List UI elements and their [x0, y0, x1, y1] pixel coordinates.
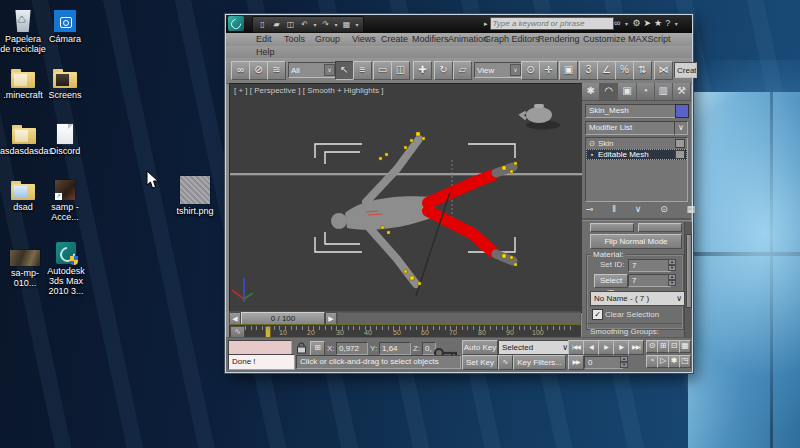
create-tab-icon[interactable]: ✱ — [582, 83, 600, 100]
menu-group[interactable]: Group — [315, 34, 340, 44]
select-and-manipulate-icon[interactable]: ✛ — [539, 61, 558, 80]
scrollbar-thumb[interactable] — [686, 234, 692, 308]
spinner-snap-icon[interactable]: ⇅ — [633, 61, 652, 80]
configure-modifier-sets-icon[interactable]: ▦ — [686, 204, 695, 214]
modify-tab-icon[interactable]: ◠ — [600, 83, 618, 100]
select-id-spinner[interactable]: ▲▼ — [668, 274, 676, 285]
hierarchy-tab-icon[interactable]: ▣ — [618, 83, 636, 100]
desktop-icon-asdasdasdas[interactable]: asdasdasdas — [0, 116, 48, 156]
object-color-swatch[interactable] — [675, 104, 689, 118]
help-dropdown-icon[interactable]: ▾ — [673, 20, 679, 27]
stack-row-toggle-icon[interactable] — [675, 139, 685, 148]
default-in-out-tangents-icon[interactable]: ∿ — [498, 355, 513, 370]
next-frame-icon[interactable]: |▶ — [613, 340, 629, 355]
menu-animation[interactable]: Animation — [448, 34, 488, 44]
menu-edit[interactable]: Edit — [256, 34, 272, 44]
communication-center-icon[interactable]: ➤ — [644, 16, 652, 31]
maxscript-listener-white[interactable]: Done ! — [228, 354, 295, 370]
absolute-offset-mode-icon[interactable]: ⊞ — [310, 341, 325, 356]
search-binoculars-icon[interactable]: ∞ — [614, 16, 620, 31]
open-file-icon[interactable]: ▰ — [270, 19, 283, 31]
menu-rendering[interactable]: Rendering — [538, 34, 580, 44]
set-key-button[interactable]: Set Key — [462, 355, 498, 370]
remove-modifier-icon[interactable]: ⊙ — [660, 204, 668, 214]
select-object-icon[interactable]: ↖ — [335, 61, 354, 80]
show-end-result-icon[interactable]: ‖ — [612, 204, 616, 214]
new-file-icon[interactable]: ▯ — [256, 19, 269, 31]
modifier-list-arrow-icon[interactable]: ∨ — [674, 121, 688, 135]
set-id-field[interactable]: 7 — [628, 259, 671, 272]
menu-graph-editors[interactable]: Graph Editors — [484, 34, 540, 44]
desktop-icon-discord[interactable]: Discord — [42, 116, 88, 156]
key-filters-button[interactable]: Key Filters... — [513, 355, 566, 370]
menu-views[interactable]: Views — [352, 34, 376, 44]
stack-row-skin[interactable]: ʘ Skin — [586, 138, 687, 149]
maximize-viewport-toggle-icon[interactable]: ◳ — [679, 355, 691, 368]
3dsmax-logo-icon[interactable] — [228, 16, 244, 31]
angle-snap-icon[interactable]: ∠ — [597, 61, 616, 80]
window-crossing-icon[interactable]: ◫ — [391, 61, 410, 80]
current-frame-field[interactable]: 0 — [584, 356, 623, 369]
menu-help[interactable]: Help — [256, 47, 275, 57]
rollout-scrollbar[interactable] — [684, 222, 692, 338]
menu-tools[interactable]: Tools — [284, 34, 305, 44]
select-id-field[interactable]: 7 — [628, 274, 671, 287]
select-and-rotate-icon[interactable]: ↻ — [434, 61, 453, 80]
rectangular-selection-region-icon[interactable]: ▭ — [373, 61, 392, 80]
redo-icon[interactable]: ↷ — [319, 19, 332, 31]
undo-icon[interactable]: ↶ — [298, 19, 311, 31]
select-and-link-icon[interactable]: ∞ — [231, 61, 250, 80]
set-id-spinner[interactable]: ▲▼ — [668, 259, 676, 270]
frame-spinner[interactable]: ▲▼ — [620, 356, 628, 367]
go-to-start-icon[interactable]: |◀◀ — [568, 340, 584, 355]
reference-coordinate-dropdown[interactable]: View∨ — [474, 62, 524, 78]
select-by-name-icon[interactable]: ≡ — [353, 61, 372, 80]
keyboard-shortcut-override-icon[interactable]: ▣ — [559, 61, 578, 80]
display-tab-icon[interactable]: ▥ — [655, 83, 673, 100]
snap-toggle-3d-icon[interactable]: 3 — [579, 61, 598, 80]
flip-normal-mode-button[interactable]: Flip Normal Mode — [590, 234, 682, 249]
teapot-object[interactable] — [526, 107, 552, 123]
modifier-list-dropdown[interactable]: Modifier List — [585, 121, 678, 135]
menu-customize[interactable]: Customize — [583, 34, 626, 44]
go-to-end-icon[interactable]: ▶▶| — [628, 340, 644, 355]
help-icon[interactable]: ? — [665, 16, 670, 31]
desktop-icon-recycle-bin[interactable]: Papelera de reciclaje — [0, 4, 46, 54]
key-mode-toggle-icon[interactable]: ▶▶ — [568, 355, 584, 370]
use-pivot-center-icon[interactable]: ⊙ — [521, 61, 540, 80]
search-input[interactable] — [490, 17, 614, 30]
redo-dropdown-icon[interactable]: ▾ — [333, 21, 339, 28]
lightbulb-icon[interactable]: ʘ — [588, 140, 596, 148]
desktop-icon-screens[interactable]: Screens — [42, 60, 88, 100]
desktop-icon-samp[interactable]: ↗ samp - Acce... — [42, 172, 88, 222]
desktop-icon-tshirt[interactable]: tshirt.png — [172, 174, 218, 216]
menu-modifiers[interactable]: Modifiers — [412, 34, 449, 44]
bind-to-spacewarp-icon[interactable]: ≋ — [267, 61, 286, 80]
search-options-dropdown-icon[interactable]: ▾ — [623, 20, 629, 27]
material-id-name-dropdown[interactable]: No Name - ( 7 ) ∨ — [590, 291, 686, 306]
maxscript-listener-pink[interactable] — [228, 340, 292, 355]
previous-frame-icon[interactable]: ◀| — [583, 340, 599, 355]
zoom-extents-all-icon[interactable]: ▦ — [679, 340, 691, 353]
select-id-button[interactable]: Select ID — [594, 274, 628, 288]
utilities-tab-icon[interactable]: ⚒ — [673, 83, 691, 100]
save-file-icon[interactable]: ◫ — [284, 19, 297, 31]
y-coordinate-field[interactable]: 1,64 — [379, 342, 411, 355]
menu-maxscript[interactable]: MAXScript — [628, 34, 671, 44]
named-selection-sets-field[interactable]: Creat — [674, 62, 697, 78]
clear-selection-checkbox[interactable]: ✓ — [592, 309, 603, 320]
toolbar-options-dropdown-icon[interactable]: ▾ — [354, 21, 360, 28]
desktop-icon-3dsmax[interactable]: Autodesk 3ds Max 2010 3... — [42, 236, 90, 296]
mirror-icon[interactable]: ⋈ — [654, 61, 673, 80]
pin-stack-icon[interactable]: ⊸ — [586, 204, 594, 214]
stack-row-editable-mesh[interactable]: ▪ Editable Mesh — [586, 149, 687, 160]
selection-filter-dropdown[interactable]: All∨ — [288, 62, 338, 78]
x-coordinate-field[interactable]: 0,972 — [336, 342, 368, 355]
perspective-viewport[interactable]: [ + ] [ Perspective ] [ Smooth + Highlig… — [229, 83, 583, 313]
unify-button-clipped[interactable] — [638, 223, 682, 232]
favorites-star-icon[interactable]: ★ — [654, 16, 662, 31]
selected-set-dropdown[interactable]: Selected ∨ — [498, 340, 572, 355]
auto-key-button[interactable]: Auto Key — [462, 340, 498, 355]
percent-snap-icon[interactable]: % — [615, 61, 634, 80]
undo-dropdown-icon[interactable]: ▾ — [312, 21, 318, 28]
